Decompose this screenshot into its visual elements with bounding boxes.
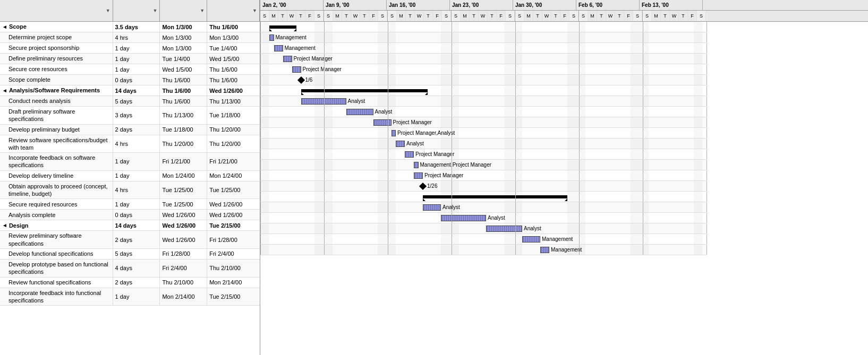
weekend-shade — [567, 43, 576, 53]
week-vline — [643, 128, 643, 138]
weekend-shade — [567, 54, 576, 64]
weekend-shade — [324, 192, 333, 202]
weekend-shade — [260, 138, 269, 149]
weekend-shade — [567, 117, 576, 127]
week-vline — [324, 181, 325, 191]
task-name-cell: Review preliminary software specificatio… — [0, 231, 113, 248]
week-vline — [452, 107, 452, 117]
weekend-shade — [260, 117, 269, 127]
duration-sort-arrow[interactable]: ▼ — [152, 8, 157, 13]
weekend-shade — [513, 54, 522, 64]
week-vline — [260, 149, 261, 159]
task-name-cell: Secure core resources — [0, 64, 113, 74]
group-collapse-arrow[interactable]: ◄ — [2, 87, 7, 94]
week-vline — [515, 96, 516, 106]
week-vline — [452, 223, 452, 233]
table-row: Review software specifications/budget wi… — [0, 135, 260, 153]
weekend-shade — [694, 43, 703, 53]
week-vline — [260, 181, 261, 191]
weekend-shade — [324, 107, 333, 117]
weekend-shade — [441, 64, 450, 74]
week-vline — [707, 32, 707, 42]
weekend-shade — [567, 138, 576, 149]
weekend-shade — [513, 181, 522, 191]
start-sort-arrow[interactable]: ▼ — [200, 8, 205, 13]
week-vline — [388, 160, 388, 170]
week-vline — [515, 160, 516, 170]
week-vline — [515, 181, 516, 191]
weekend-shade — [324, 32, 333, 42]
weekend-shade — [441, 85, 450, 96]
day-header-cell: S — [260, 11, 269, 21]
group-collapse-arrow[interactable]: ◄ — [2, 222, 7, 229]
weekend-shade — [694, 32, 703, 42]
day-header-cell: M — [588, 11, 597, 21]
week-vline — [707, 43, 707, 53]
task-finish-cell: Wed 1/26/00 — [207, 199, 260, 209]
task-finish-cell: Fri 2/4/00 — [207, 249, 260, 259]
task-start-cell: Wed 1/5/00 — [160, 64, 207, 74]
weekend-shade — [694, 117, 703, 127]
week-vline — [324, 202, 325, 212]
weekend-shade — [513, 202, 522, 212]
week-vline — [452, 85, 452, 96]
table-row: Define preliminary resources1 dayTue 1/4… — [0, 54, 260, 64]
task-finish-cell: Mon 1/24/00 — [207, 171, 260, 181]
weekend-shade — [694, 85, 703, 96]
weekend-shade — [378, 75, 387, 85]
weekend-shade — [576, 107, 585, 117]
weekend-shade — [504, 202, 513, 212]
table-row: Develop preliminary budget2 daysTue 1/18… — [0, 125, 260, 135]
header-finish[interactable]: ▼ — [207, 0, 260, 21]
finish-sort-arrow[interactable]: ▼ — [252, 8, 257, 13]
weekend-shade — [694, 181, 703, 191]
weekend-shade — [640, 32, 649, 42]
week-vline — [388, 75, 388, 85]
weekend-shade — [324, 128, 333, 138]
week-vline — [260, 64, 261, 74]
week-vline — [579, 160, 580, 170]
task-start-cell: Wed 1/26/00 — [160, 231, 207, 248]
weekend-shade — [324, 75, 333, 85]
weekend-shade — [378, 85, 387, 96]
week-vline — [515, 213, 516, 223]
task-finish-cell: Tue 1/4/00 — [207, 43, 260, 53]
gantt-row — [260, 170, 707, 181]
task-name-cell: ◄Design — [0, 220, 113, 230]
weekend-shade — [324, 234, 333, 244]
task-start-cell: Thu 1/6/00 — [160, 75, 207, 85]
weekend-shade — [314, 107, 324, 117]
week-vline — [707, 128, 707, 138]
day-header-cell: W — [670, 11, 679, 21]
table-row: Obtain approvals to proceed (concept, ti… — [0, 181, 260, 200]
weekend-shade — [260, 96, 269, 106]
weekend-shade — [631, 149, 640, 159]
weekend-shade — [513, 160, 522, 170]
week-vline — [579, 85, 580, 96]
task-start-cell: Thu 1/20/00 — [160, 135, 207, 153]
weekend-shade — [504, 22, 513, 32]
week-vline — [388, 245, 388, 255]
week-vline — [260, 192, 261, 202]
header-duration[interactable]: ▼ — [113, 0, 160, 21]
task-duration-cell: 1 day — [113, 54, 160, 64]
week-vline — [324, 213, 325, 223]
gantt-row — [260, 181, 707, 192]
weekend-shade — [576, 181, 585, 191]
gantt-row — [260, 75, 707, 85]
week-vline — [579, 107, 580, 117]
task-name-cell: Conduct needs analysis — [0, 96, 113, 106]
group-collapse-arrow[interactable]: ◄ — [2, 23, 7, 30]
header-start[interactable]: ▼ — [160, 0, 207, 21]
taskname-sort-arrow[interactable]: ▼ — [106, 8, 110, 13]
day-header-cell: M — [269, 11, 278, 21]
weekend-shade — [441, 32, 450, 42]
weekend-shade — [324, 43, 333, 53]
week-vline — [324, 138, 325, 149]
week-vline — [515, 85, 516, 96]
week-vline — [643, 234, 643, 244]
week-vline — [643, 75, 643, 85]
header-taskname[interactable]: ▼ — [0, 0, 113, 21]
table-row: Incorporate feedback into functional spe… — [0, 288, 260, 306]
task-name-cell: Define preliminary resources — [0, 54, 113, 64]
